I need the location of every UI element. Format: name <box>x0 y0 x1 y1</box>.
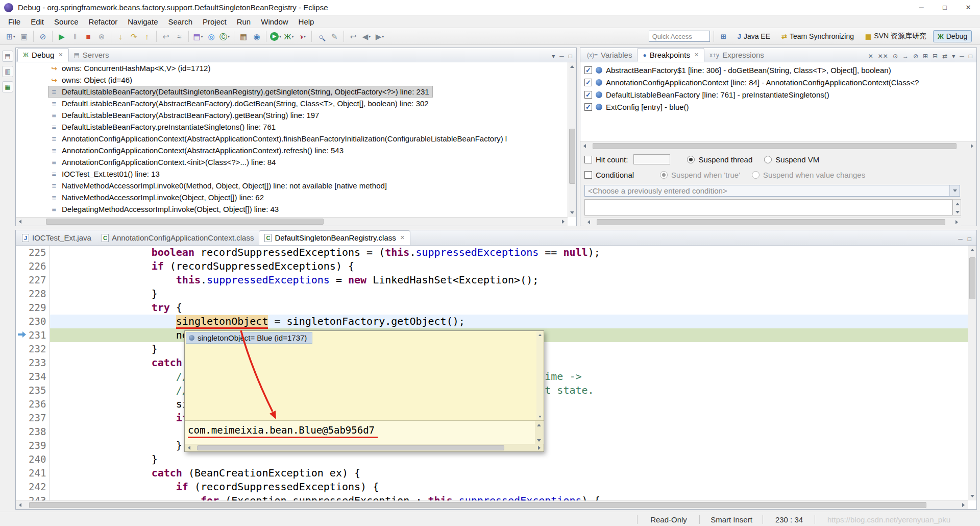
close-tab-icon[interactable]: ✕ <box>400 234 405 241</box>
tab-variables[interactable]: (x)=Variables <box>582 48 637 62</box>
coverage-button[interactable]: ◑▾ <box>296 30 309 43</box>
flashlight-search-button[interactable]: ◉ <box>250 30 263 43</box>
view-menu-icon[interactable]: ▾ <box>952 53 955 59</box>
code-line[interactable]: boolean recordSuppressedExceptions = (th… <box>50 246 976 259</box>
skip-all-breakpoints-icon[interactable]: ⊘ <box>913 53 918 59</box>
back-button[interactable]: ◀▾ <box>360 30 373 43</box>
stack-frame-row[interactable]: ≡DefaultListableBeanFactory.preInstantia… <box>16 121 568 133</box>
breakpoint-checkbox[interactable] <box>584 91 592 99</box>
new-java-project-button[interactable]: ▤▾ <box>191 30 205 43</box>
menu-run[interactable]: Run <box>232 16 256 27</box>
menu-search[interactable]: Search <box>163 16 198 27</box>
search-button[interactable]: ○ <box>314 30 328 43</box>
popup-tree-scrollbar[interactable] <box>536 331 543 420</box>
stack-frame-row[interactable]: ≡NativeMethodAccessorImpl.invoke(Object,… <box>16 192 568 203</box>
stack-frame-row[interactable]: ≡AnnotationConfigApplicationContext.<ini… <box>16 156 568 168</box>
line-number[interactable]: 228 <box>29 287 46 301</box>
forward-button[interactable]: ▶▾ <box>373 30 386 43</box>
popup-horizontal-scrollbar[interactable] <box>185 444 544 451</box>
editor-horizontal-scrollbar[interactable] <box>16 500 968 509</box>
scroll-down-icon[interactable] <box>535 437 543 444</box>
close-tab-icon[interactable]: ✕ <box>694 52 699 58</box>
scroll-up-icon[interactable] <box>535 421 543 429</box>
skip-all-breakpoints-button[interactable]: ⊘ <box>36 30 50 43</box>
editor-tab-annotationconfigapplicationcontext-class[interactable]: CAnnotationConfigApplicationContext.clas… <box>96 230 259 245</box>
line-number[interactable]: 237 <box>29 411 46 425</box>
conditional-checkbox[interactable] <box>584 171 592 179</box>
go-to-file-icon[interactable]: → <box>902 53 909 59</box>
code-line[interactable]: catch (BeanCreationException ex) { <box>50 466 976 480</box>
annotation-ruler[interactable] <box>16 246 29 500</box>
quick-access-input[interactable] <box>649 31 710 42</box>
breakpoint-row[interactable]: DefaultListableBeanFactory [line: 761] -… <box>580 88 976 101</box>
step-return-button[interactable]: ↑ <box>140 30 154 43</box>
scrollbar-thumb[interactable] <box>197 445 504 450</box>
tab-expressions[interactable]: x+yExpressions <box>704 48 769 62</box>
scroll-up-icon[interactable] <box>968 246 977 254</box>
scroll-right-icon[interactable] <box>535 444 544 452</box>
stack-frame-row[interactable]: ≡DefaultListableBeanFactory(AbstractBean… <box>16 98 568 109</box>
breakpoint-checkbox[interactable] <box>584 79 592 86</box>
line-number-ruler[interactable]: 2252262272282292302312322332342352362372… <box>29 246 50 500</box>
step-over-button[interactable]: ↷ <box>127 30 140 43</box>
menu-project[interactable]: Project <box>198 16 232 27</box>
line-number[interactable]: 240 <box>29 452 46 466</box>
tab-breakpoints[interactable]: ●Breakpoints✕ <box>637 48 704 62</box>
scrollbar-thumb[interactable] <box>597 219 945 225</box>
maximize-view-icon[interactable]: □ <box>969 53 972 59</box>
perspective-svn-button[interactable]: ▤SVN 资源库研究 <box>861 30 931 43</box>
menu-window[interactable]: Window <box>256 16 293 27</box>
scroll-up-icon[interactable] <box>953 200 962 208</box>
scroll-down-icon[interactable] <box>568 208 577 217</box>
outline-view-icon[interactable]: ▥ <box>2 66 13 77</box>
collapse-all-icon[interactable]: ⊟ <box>933 53 938 59</box>
owned-monitor-row[interactable]: ↪owns: Object (id=46) <box>16 74 568 86</box>
breakpoint-row[interactable]: AnnotationConfigApplicationContext [line… <box>580 76 976 88</box>
close-button[interactable]: ✕ <box>957 0 980 15</box>
menu-file[interactable]: File <box>3 16 26 27</box>
link-with-debug-view-icon[interactable]: ⇄ <box>942 53 947 59</box>
breakpoints-horizontal-scrollbar[interactable] <box>580 141 976 150</box>
drop-to-frame-button[interactable]: ↩ <box>159 30 173 43</box>
minimize-view-icon[interactable]: ─ <box>958 236 963 242</box>
new-web-project-button[interactable]: ◎ <box>205 30 218 43</box>
line-number[interactable]: 243 <box>29 494 46 500</box>
maximize-view-icon[interactable]: □ <box>569 53 572 59</box>
stack-frame-row[interactable]: ≡AnnotationConfigApplicationContext(Abst… <box>16 145 568 156</box>
stack-frame-row[interactable]: ≡DelegatingMethodAccessorImpl.invoke(Obj… <box>16 203 568 215</box>
line-number[interactable]: 225 <box>29 246 46 259</box>
popup-variable-row[interactable]: singletonObject= Blue (id=1737) <box>186 332 312 343</box>
save-button[interactable]: ▣ <box>17 30 31 43</box>
line-number[interactable]: 232 <box>29 342 46 356</box>
scroll-left-icon[interactable] <box>580 142 589 151</box>
scroll-up-icon[interactable] <box>536 331 543 338</box>
editor-tab-defaultsingletonbeanregistry-class[interactable]: CDefaultSingletonBeanRegistry.class✕ <box>259 230 410 245</box>
scrollbar-thumb[interactable] <box>593 143 956 149</box>
maximize-view-icon[interactable]: □ <box>968 236 971 242</box>
line-number[interactable]: 229 <box>29 301 46 315</box>
scroll-down-icon[interactable] <box>953 208 962 216</box>
expand-all-icon[interactable]: ⊞ <box>923 53 928 59</box>
use-step-filters-button[interactable]: ≈ <box>173 30 186 43</box>
chevron-down-icon[interactable] <box>949 185 960 196</box>
close-tab-icon[interactable]: ✕ <box>58 52 63 58</box>
owned-monitor-row[interactable]: ↪owns: ConcurrentHashMap<K,V> (id=1712) <box>16 62 568 74</box>
scroll-right-icon[interactable] <box>559 218 568 226</box>
remove-breakpoint-icon[interactable]: ✕ <box>868 53 873 59</box>
line-number[interactable]: 233 <box>29 356 46 370</box>
tab-servers[interactable]: ▤Servers <box>69 48 114 62</box>
code-line[interactable]: this.suppressedExceptions = new LinkedHa… <box>50 273 976 287</box>
stack-frame-row[interactable]: ≡NativeMethodAccessorImpl.invoke0(Method… <box>16 180 568 192</box>
line-number[interactable]: 235 <box>29 384 46 397</box>
debug-vertical-scrollbar[interactable] <box>568 62 576 217</box>
code-line[interactable]: try { <box>50 301 976 315</box>
line-number[interactable]: 238 <box>29 425 46 439</box>
new-wizard-button[interactable]: ⊞▾ <box>4 30 17 43</box>
minimize-view-icon[interactable]: ─ <box>960 53 964 59</box>
show-supported-breakpoints-icon[interactable]: ⊙ <box>893 53 898 59</box>
suspend-vm-radio[interactable] <box>764 156 772 163</box>
editor-tab-ioctest-ext-java[interactable]: JIOCTest_Ext.java <box>17 230 96 245</box>
scroll-left-icon[interactable] <box>16 218 24 226</box>
step-into-button[interactable]: ↓ <box>114 30 127 43</box>
code-line[interactable]: singletonObject = singletonFactory.getOb… <box>50 315 976 328</box>
